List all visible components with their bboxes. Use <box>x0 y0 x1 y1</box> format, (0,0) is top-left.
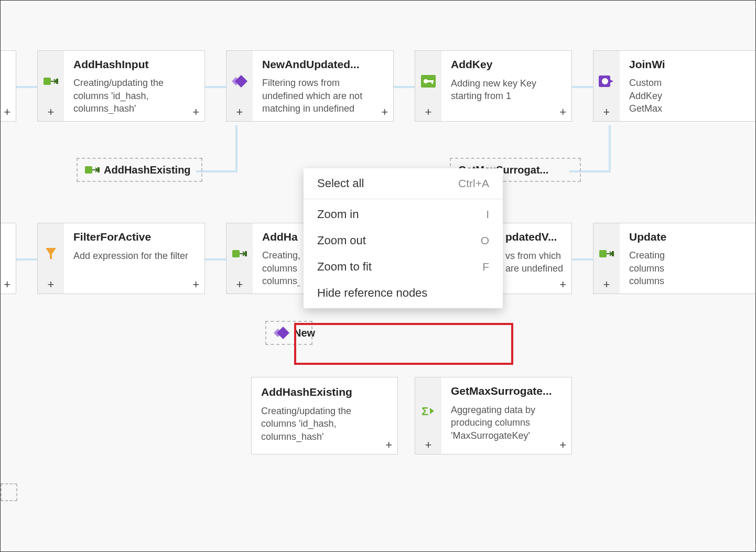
menu-zoom-fit[interactable]: Zoom to fit F <box>304 254 503 280</box>
reference-label: AddHashExisting <box>104 164 191 176</box>
svg-rect-1 <box>56 79 58 84</box>
node-update-right[interactable]: + Update Creating columns columns <box>593 223 755 294</box>
connector <box>235 125 237 172</box>
menu-zoom-out[interactable]: Zoom out O <box>304 228 503 254</box>
reference-label: New <box>294 327 315 339</box>
add-step-button[interactable]: + <box>192 279 199 290</box>
node-title: AddHashExisting <box>261 386 388 398</box>
add-step-button[interactable]: + <box>48 106 55 118</box>
menu-label: Zoom in <box>317 208 359 221</box>
menu-hide-reference-nodes[interactable]: Hide reference nodes <box>304 280 503 306</box>
node-desc: Add expression for the filter <box>73 250 195 262</box>
filter-icon <box>45 247 57 261</box>
context-menu: Select all Ctrl+A Zoom in I Zoom out O Z… <box>304 168 503 308</box>
node-title: FilterForActive <box>73 231 195 243</box>
menu-select-all[interactable]: Select all Ctrl+A <box>304 170 503 197</box>
exists-icon <box>274 327 289 339</box>
node-desc: Aggregating data by producing columns 'M… <box>451 404 562 442</box>
node-partial-left-2[interactable]: + <box>1 223 16 294</box>
add-step-button[interactable]: + <box>236 106 243 118</box>
node-desc: Creating columns columns <box>629 249 746 286</box>
node-addkey[interactable]: + AddKey Adding new key Key starting fro… <box>415 50 572 122</box>
derived-column-icon <box>44 75 58 87</box>
svg-point-7 <box>602 78 608 84</box>
menu-label: Zoom out <box>317 234 366 247</box>
aggregate-icon: Σ <box>422 405 435 417</box>
node-title: AddKey <box>451 58 562 71</box>
add-step-button[interactable]: + <box>48 279 55 290</box>
menu-label: Hide reference nodes <box>317 286 427 300</box>
node-title: JoinWi <box>629 58 746 70</box>
svg-rect-11 <box>245 251 247 256</box>
add-step-button[interactable]: + <box>385 439 392 451</box>
join-icon <box>599 74 614 88</box>
highlight-annotation <box>294 323 513 365</box>
reference-node-new[interactable]: New <box>265 321 312 345</box>
add-step-button[interactable]: + <box>425 106 432 118</box>
node-desc: Custom AddKey GetMax <box>629 77 746 114</box>
node-newandupdated[interactable]: + NewAndUpdated... Filtering rows from u… <box>226 50 394 122</box>
dataflow-canvas[interactable]: + + AddHashInput Creating/updating the c… <box>1 1 755 551</box>
connector <box>609 125 611 172</box>
menu-zoom-in[interactable]: Zoom in I <box>304 201 503 228</box>
node-addha-partial[interactable]: + AddHa Creating, columns columns_ <box>226 223 310 294</box>
node-filterforactive[interactable]: + FilterForActive Add expression for the… <box>37 223 205 294</box>
add-step-button[interactable]: + <box>4 279 10 290</box>
menu-divider <box>304 199 503 199</box>
svg-rect-0 <box>44 78 51 85</box>
derived-column-icon <box>85 164 100 176</box>
node-desc: Creating/updating the columns 'id_hash, … <box>261 405 388 443</box>
node-addhashexisting[interactable]: AddHashExisting Creating/updating the co… <box>251 377 398 454</box>
node-desc: Creating, columns columns_ <box>262 249 300 286</box>
node-partial-left[interactable]: + <box>1 50 16 122</box>
svg-rect-9 <box>98 167 100 172</box>
node-title: GetMaxSurrogate... <box>451 385 562 397</box>
reference-node-addhashexisting[interactable]: AddHashExisting <box>77 158 202 182</box>
menu-label: Zoom to fit <box>317 260 372 274</box>
menu-label: Select all <box>317 177 364 190</box>
svg-text:Σ: Σ <box>422 405 428 417</box>
node-desc: Creating/updating the columns 'id_hash, … <box>73 77 195 114</box>
add-step-button[interactable]: + <box>381 106 388 118</box>
svg-rect-10 <box>232 250 240 257</box>
node-title: Update <box>629 231 746 243</box>
add-step-button[interactable]: + <box>192 106 199 118</box>
node-updatedv-partial[interactable]: pdatedV... vs from vhich are undefined + <box>499 223 572 294</box>
menu-shortcut: F <box>482 261 489 273</box>
add-step-button[interactable]: + <box>236 279 243 290</box>
add-step-button[interactable]: + <box>425 439 432 451</box>
add-step-button[interactable]: + <box>559 106 566 118</box>
node-getmaxsurrogate[interactable]: Σ + GetMaxSurrogate... Aggregating data … <box>415 377 572 454</box>
menu-shortcut: Ctrl+A <box>458 177 489 190</box>
add-step-button[interactable]: + <box>4 106 10 118</box>
node-title: AddHashInput <box>73 58 195 70</box>
add-step-button[interactable]: + <box>603 279 610 290</box>
derived-column-icon <box>232 248 247 259</box>
exists-icon <box>232 75 247 88</box>
node-desc: vs from vhich are undefined <box>505 250 565 275</box>
node-title: NewAndUpdated... <box>262 58 384 70</box>
node-joinw[interactable]: + JoinWi Custom AddKey GetMax <box>593 50 755 122</box>
node-addhashinput[interactable]: + AddHashInput Creating/updating the col… <box>37 50 205 122</box>
derived-column-icon <box>599 248 614 259</box>
svg-rect-5 <box>431 80 433 84</box>
node-desc: Filtering rows from undefined which are … <box>262 77 384 114</box>
reference-node-partial[interactable] <box>1 483 17 501</box>
key-icon <box>421 75 436 88</box>
node-title: AddHa <box>262 231 300 243</box>
add-step-button[interactable]: + <box>559 279 566 290</box>
add-step-button[interactable]: + <box>559 439 566 451</box>
node-title: pdatedV... <box>505 231 565 243</box>
node-desc: Adding new key Key starting from 1 <box>451 77 562 103</box>
add-step-button[interactable]: + <box>603 106 610 118</box>
menu-shortcut: I <box>486 208 489 221</box>
svg-rect-13 <box>612 251 614 256</box>
menu-shortcut: O <box>481 234 489 247</box>
svg-rect-8 <box>85 166 92 174</box>
svg-rect-12 <box>599 250 607 257</box>
svg-point-3 <box>424 79 428 83</box>
